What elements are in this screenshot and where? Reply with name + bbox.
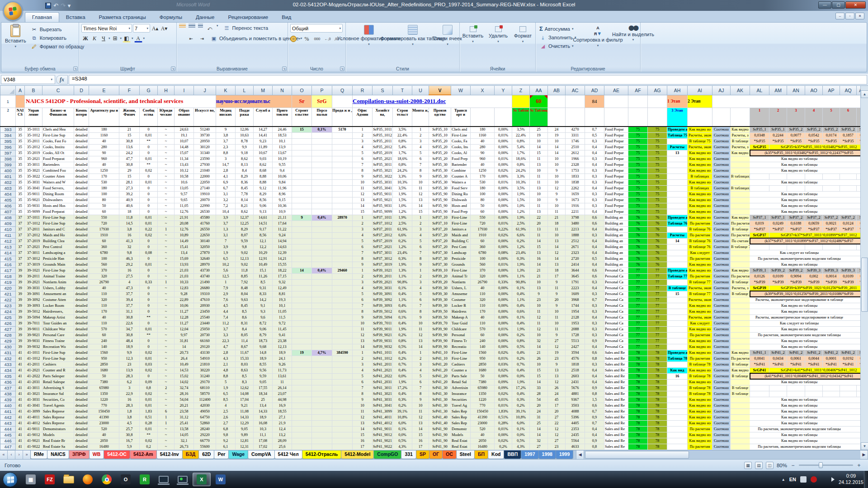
cell[interactable]: Childcare Wor [42,326,74,332]
cell[interactable]: SrP35_20 [429,150,451,156]
cell[interactable]: 1160 [471,132,495,138]
cell[interactable]: detailed [74,426,89,432]
cell[interactable]: По расчетам, эконометрическим моделям та… [731,256,868,262]
cell[interactable]: 14,8 [254,350,273,356]
cell[interactable]: Соотнош [712,238,731,244]
cell[interactable]: SrP37_1011 [373,215,393,221]
cell[interactable]: Makeup A [451,314,471,320]
cell[interactable]: ~ [158,221,175,226]
format-painter-button[interactable]: 🖉Формат по образцу [29,43,86,50]
cell[interactable]: detailed [74,438,89,444]
cell[interactable]: 14 [292,267,312,273]
cell[interactable]: 0,2 [140,444,158,450]
cell[interactable]: 13,43 [175,162,194,168]
cell[interactable]: 9,03 [254,156,273,162]
cell[interactable]: SrP41_2 [823,350,840,356]
cell[interactable]: 3,3 [216,332,236,338]
cell[interactable]: 23 [530,297,548,303]
cell[interactable]: 90,8% [512,279,530,285]
sheet-tab-5412-Отрасль[interactable]: 5412-Отрасль [302,450,341,459]
cell[interactable]: SrP35_30 [429,162,451,168]
cell[interactable]: Соотнош [712,215,731,221]
cell[interactable]: По расчетам [688,444,712,450]
cell[interactable]: SrP39_20 [429,279,451,285]
cell[interactable]: 37 [16,221,25,226]
cell[interactable]: 23450 [194,309,216,314]
align-bottom-icon[interactable] [198,24,203,28]
cell[interactable]: Расчеты [667,232,688,238]
cell[interactable]: SrP35_9021 [373,197,393,203]
cell[interactable]: 0,9 [585,338,604,344]
cell[interactable]: 11,27 [175,320,194,326]
cell[interactable]: Прода ж и , [332,108,353,127]
cell[interactable]: 0,02% [495,367,512,373]
cell[interactable] [292,356,312,361]
cell[interactable]: 1609 [566,291,585,297]
cell[interactable]: 76 [628,250,648,256]
cell[interactable]: 2211 [566,209,585,215]
cell[interactable] [292,226,312,232]
cell[interactable]: Соотнош [712,127,731,132]
cell[interactable]: 25,7 [119,426,140,432]
cell[interactable]: 770 [89,403,119,408]
cell[interactable]: 37 [16,244,25,250]
cell[interactable]: 11,4 [236,338,254,344]
vertical-scrollbar[interactable]: ▲ ▼ [860,86,868,450]
cell[interactable]: Nonfarm Anim [42,279,74,285]
cell[interactable]: 77 [628,297,648,303]
cell[interactable]: 110 [89,320,119,326]
cell[interactable]: 11 [530,309,548,314]
show-desktop-button[interactable] [864,471,868,488]
cell[interactable]: 8,8 [216,373,236,379]
cell[interactable]: 41 [16,444,25,450]
cell[interactable]: 10,58 [175,174,194,179]
cell[interactable]: По расчетам [688,426,712,432]
cell[interactable]: Как видно из [688,432,712,438]
row-header-400[interactable]: 400 [0,168,16,174]
cell[interactable]: 14 [530,262,548,267]
cell[interactable]: 7380 [471,379,495,385]
cell[interactable]: 7 [353,162,373,168]
cell[interactable] [805,391,823,397]
cell[interactable]: 12,37 [236,215,254,221]
cell[interactable]: 8,14 [236,197,254,203]
cell[interactable]: SrP35_3022 [373,174,393,179]
cell[interactable]: 8,04 [236,291,254,297]
cell[interactable] [805,244,823,250]
cell[interactable]: 9,13 [254,209,273,215]
cell[interactable]: 0,00% [495,138,512,144]
cell[interactable]: 8,85 [236,273,254,279]
cell[interactable]: detailed [74,420,89,426]
cell[interactable]: Tour Guid [451,320,471,326]
cell[interactable] [667,438,688,444]
cell[interactable]: 1,5% [393,197,412,203]
cell[interactable]: 41-1012 [25,356,42,361]
cell[interactable]: 14 [412,344,429,350]
cell[interactable]: 12,13 [273,344,292,350]
cell[interactable]: 280 [471,144,495,150]
cell[interactable]: 13 [353,197,373,203]
cell[interactable]: 29120 [194,344,216,350]
cell[interactable]: Personal Ca [604,285,628,291]
cell[interactable]: 76 [648,238,667,244]
cell[interactable]: 770 [471,403,495,408]
cell[interactable]: Parts Sale [451,373,471,379]
cell[interactable]: 11 [548,314,566,320]
cell[interactable]: 140 [89,344,119,350]
cell[interactable]: (k41*SrP41_1011^0,00406*SrP41_1012^0,043… [750,373,868,379]
cell[interactable]: 2435 [566,432,585,438]
cell[interactable]: 0,0041 [750,356,769,361]
sheet-tab-ЗПРФ[interactable]: ЗПРФ [69,450,90,459]
cell[interactable]: Sales and Re [604,426,628,432]
cell[interactable]: 6,6% [393,232,412,238]
cell[interactable]: *SrP37 [840,226,857,232]
cell[interactable]: 0,1% [512,314,530,320]
cell[interactable]: 0,02% [495,232,512,238]
column-header-AG[interactable]: AG [648,86,667,95]
cell[interactable]: 2223 [566,285,585,291]
cell[interactable]: По расчетам [688,256,712,262]
cell[interactable]: 77 [648,320,667,326]
cell[interactable]: 43130 [194,350,216,356]
cell[interactable]: SrP35_30 [429,179,451,185]
cell[interactable] [312,285,332,291]
